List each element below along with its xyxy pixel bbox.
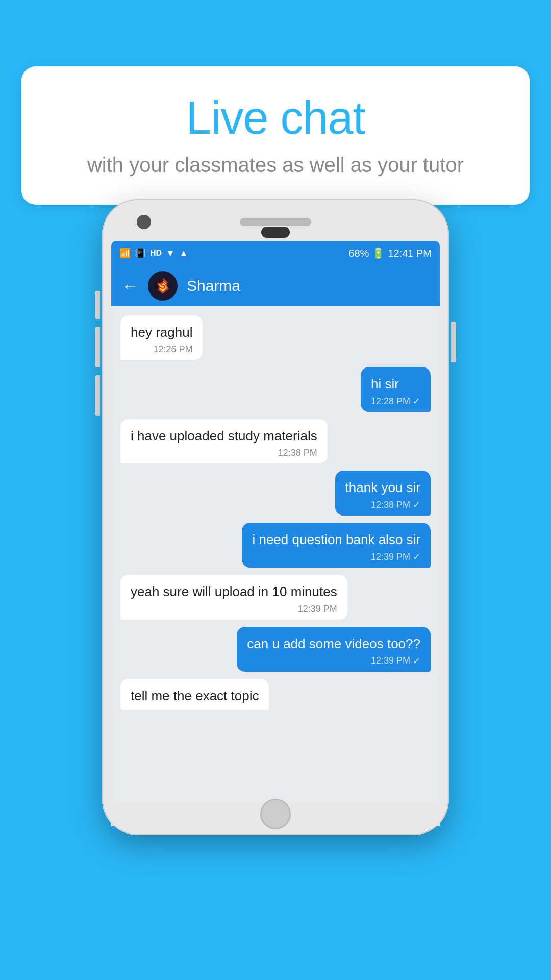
message-row: yeah sure will upload in 10 minutes 12:3… <box>120 575 431 619</box>
clock: 12:41 PM <box>388 248 432 259</box>
message-text: i need question bank also sir <box>252 531 420 549</box>
volume-up-button <box>95 291 100 319</box>
message-row-partial: tell me the exact topic <box>120 679 431 710</box>
check-icon: ✓ <box>413 551 420 562</box>
message-meta: 12:39 PM ✓ <box>247 655 420 667</box>
message-time: 12:38 PM <box>371 500 410 510</box>
message-time: 12:39 PM <box>371 655 410 666</box>
message-text: can u add some videos too?? <box>247 635 420 653</box>
battery-icon: 🔋 <box>372 247 385 259</box>
message-time: 12:28 PM <box>371 396 410 407</box>
live-chat-title: Live chat <box>52 92 499 144</box>
message-text: i have uploaded study materials <box>131 427 317 445</box>
chat-header: ← S Sharma <box>111 265 440 306</box>
battery-percent: 68% <box>348 248 369 259</box>
message-bubble-sent: hi sir 12:28 PM ✓ <box>361 367 431 412</box>
check-icon: ✓ <box>413 396 420 407</box>
speech-bubble-card: Live chat with your classmates as well a… <box>21 66 530 205</box>
back-button[interactable]: ← <box>121 276 139 296</box>
message-row: hey raghul 12:26 PM <box>120 315 431 360</box>
message-meta: 12:38 PM ✓ <box>345 499 420 510</box>
message-row: i need question bank also sir 12:39 PM ✓ <box>120 523 431 568</box>
message-bubble-received: i have uploaded study materials 12:38 PM <box>120 419 328 463</box>
message-text: hi sir <box>371 375 420 393</box>
home-button[interactable] <box>260 799 291 829</box>
message-text: hey raghul <box>131 324 192 341</box>
volume-down-button <box>95 327 100 368</box>
check-icon: ✓ <box>413 499 420 510</box>
message-bubble-received: hey raghul 12:26 PM <box>120 315 203 360</box>
message-time: 12:39 PM <box>371 552 410 562</box>
status-bar: 📶 📳 HD ▼ ▲ 68% 🔋 12:41 PM <box>111 241 440 265</box>
signal-icon: ▲ <box>179 248 188 259</box>
hd-icon: HD <box>150 249 162 258</box>
message-row: i have uploaded study materials 12:38 PM <box>120 419 431 463</box>
contact-name: Sharma <box>187 277 240 295</box>
message-bubble-received: yeah sure will upload in 10 minutes 12:3… <box>120 575 347 619</box>
phone-screen: 📶 📳 HD ▼ ▲ 68% 🔋 12:41 PM ← <box>111 241 440 802</box>
power-button <box>451 322 456 362</box>
message-time: 12:38 PM <box>278 448 317 458</box>
message-meta: 12:28 PM ✓ <box>371 396 420 407</box>
message-meta: 12:26 PM <box>131 344 192 355</box>
message-bubble-sent: i need question bank also sir 12:39 PM ✓ <box>242 523 431 568</box>
status-bar-right: 68% 🔋 12:41 PM <box>348 247 432 259</box>
bubble-subtitle: with your classmates as well as your tut… <box>52 154 499 177</box>
phone-bottom-bar <box>111 807 440 826</box>
phone-speaker <box>240 218 311 226</box>
message-text-partial: tell me the exact topic <box>131 687 259 705</box>
message-text: thank you sir <box>345 479 420 497</box>
phone-mockup: 📶 📳 HD ▼ ▲ 68% 🔋 12:41 PM ← <box>102 199 449 835</box>
message-time: 12:39 PM <box>298 604 337 615</box>
home-button-top <box>261 227 290 238</box>
message-bubble-sent: can u add some videos too?? 12:39 PM ✓ <box>237 627 431 672</box>
message-text: yeah sure will upload in 10 minutes <box>131 583 337 601</box>
vibrate-icon: 📳 <box>135 248 146 259</box>
messages-area[interactable]: hey raghul 12:26 PM hi sir 12:28 PM ✓ <box>111 306 440 791</box>
avatar-icon: S <box>151 274 175 298</box>
message-meta: 12:39 PM ✓ <box>252 551 420 562</box>
front-camera <box>137 215 151 229</box>
phone-top-bar <box>111 208 440 236</box>
message-meta: 12:38 PM <box>131 448 317 458</box>
wifi-icon: ▼ <box>166 248 175 259</box>
status-bar-left: 📶 📳 HD ▼ ▲ <box>119 248 188 259</box>
message-bubble-sent: thank you sir 12:38 PM ✓ <box>335 471 431 516</box>
message-row: can u add some videos too?? 12:39 PM ✓ <box>120 627 431 672</box>
message-time: 12:26 PM <box>153 344 192 355</box>
svg-text:S: S <box>160 281 166 291</box>
message-bubble-partial: tell me the exact topic <box>120 679 269 710</box>
bluetooth-icon: 📶 <box>119 248 131 259</box>
mute-button <box>95 375 100 416</box>
phone-outer-shell: 📶 📳 HD ▼ ▲ 68% 🔋 12:41 PM ← <box>102 199 449 835</box>
message-row: hi sir 12:28 PM ✓ <box>120 367 431 412</box>
contact-avatar: S <box>148 271 178 301</box>
message-row: thank you sir 12:38 PM ✓ <box>120 471 431 516</box>
check-icon: ✓ <box>413 655 420 667</box>
message-meta: 12:39 PM <box>131 604 337 615</box>
